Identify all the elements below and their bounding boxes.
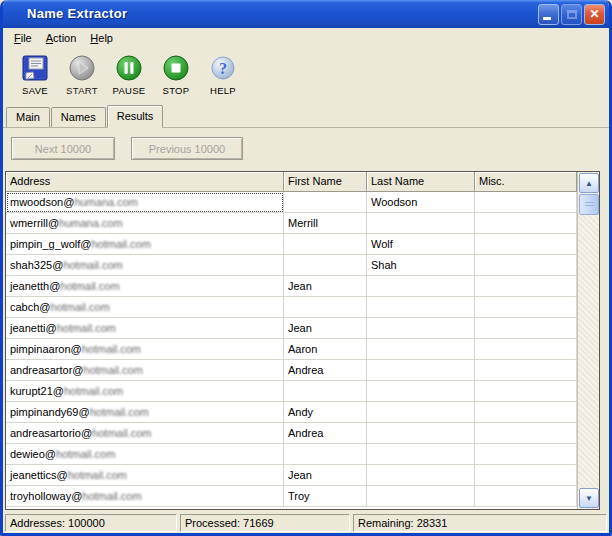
address-cell[interactable]: jeanettics@hotmail.com: [6, 465, 284, 486]
table-row[interactable]: dewieo@hotmail.com: [6, 444, 599, 465]
address-cell[interactable]: wmerrill@humana.com: [6, 213, 284, 234]
column-header-address[interactable]: Address: [6, 172, 284, 192]
first-name-cell[interactable]: [284, 234, 367, 255]
address-cell[interactable]: pimpinaaron@hotmail.com: [6, 339, 284, 360]
misc-cell[interactable]: [475, 213, 577, 234]
first-name-cell[interactable]: Jean: [284, 276, 367, 297]
table-row[interactable]: andreasartor@hotmail.comAndrea: [6, 360, 599, 381]
address-cell[interactable]: andreasartor@hotmail.com: [6, 360, 284, 381]
first-name-cell[interactable]: Troy: [284, 486, 367, 507]
misc-cell[interactable]: [475, 318, 577, 339]
misc-cell[interactable]: [475, 465, 577, 486]
first-name-cell[interactable]: [284, 297, 367, 318]
last-name-cell[interactable]: [367, 339, 475, 360]
results-table[interactable]: AddressFirst NameLast NameMisc. mwoodson…: [5, 171, 600, 510]
last-name-cell[interactable]: [367, 213, 475, 234]
last-name-cell[interactable]: Wolf: [367, 234, 475, 255]
last-name-cell[interactable]: [367, 444, 475, 465]
save-button[interactable]: SAVE: [15, 52, 55, 96]
address-cell[interactable]: andreasartorio@hotmail.com: [6, 423, 284, 444]
table-row[interactable]: cabch@hotmail.com: [6, 297, 599, 318]
last-name-cell[interactable]: [367, 381, 475, 402]
last-name-cell[interactable]: [367, 423, 475, 444]
table-row[interactable]: wmerrill@humana.comMerrill: [6, 213, 599, 234]
vertical-scrollbar[interactable]: ▲ ▼: [577, 172, 599, 509]
table-row[interactable]: jeanetti@hotmail.comJean: [6, 318, 599, 339]
first-name-cell[interactable]: Andy: [284, 402, 367, 423]
address-cell[interactable]: pimpin_g_wolf@hotmail.com: [6, 234, 284, 255]
help-button[interactable]: ? HELP: [203, 52, 243, 96]
address-cell[interactable]: dewieo@hotmail.com: [6, 444, 284, 465]
last-name-cell[interactable]: [367, 297, 475, 318]
misc-cell[interactable]: [475, 234, 577, 255]
first-name-cell[interactable]: Andrea: [284, 360, 367, 381]
tab-names[interactable]: Names: [51, 107, 106, 127]
column-header-misc-[interactable]: Misc.: [475, 172, 577, 192]
misc-cell[interactable]: [475, 255, 577, 276]
address-cell[interactable]: jeanetti@hotmail.com: [6, 318, 284, 339]
scrollbar-thumb[interactable]: [579, 194, 599, 215]
last-name-cell[interactable]: Shah: [367, 255, 475, 276]
misc-cell[interactable]: [475, 423, 577, 444]
misc-cell[interactable]: [475, 486, 577, 507]
first-name-cell[interactable]: [284, 255, 367, 276]
address-cell[interactable]: shah325@hotmail.com: [6, 255, 284, 276]
last-name-cell[interactable]: Woodson: [367, 192, 475, 213]
last-name-cell[interactable]: [367, 486, 475, 507]
last-name-cell[interactable]: [367, 318, 475, 339]
tab-results[interactable]: Results: [107, 105, 164, 128]
last-name-cell[interactable]: [367, 465, 475, 486]
table-row[interactable]: pimpinaaron@hotmail.comAaron: [6, 339, 599, 360]
address-cell[interactable]: cabch@hotmail.com: [6, 297, 284, 318]
first-name-cell[interactable]: Merrill: [284, 213, 367, 234]
scroll-up-button[interactable]: ▲: [579, 173, 599, 193]
column-header-last-name[interactable]: Last Name: [367, 172, 475, 192]
misc-cell[interactable]: [475, 360, 577, 381]
misc-cell[interactable]: [475, 402, 577, 423]
first-name-cell[interactable]: Aaron: [284, 339, 367, 360]
first-name-cell[interactable]: Andrea: [284, 423, 367, 444]
first-name-cell[interactable]: [284, 192, 367, 213]
stop-button[interactable]: STOP: [156, 52, 196, 96]
table-row[interactable]: shah325@hotmail.comShah: [6, 255, 599, 276]
misc-cell[interactable]: [475, 339, 577, 360]
misc-cell[interactable]: [475, 381, 577, 402]
misc-cell[interactable]: [475, 276, 577, 297]
address-cell[interactable]: troyholloway@hotmail.com: [6, 486, 284, 507]
address-cell[interactable]: jeanetth@hotmail.com: [6, 276, 284, 297]
table-row[interactable]: kurupt21@hotmail.com: [6, 381, 599, 402]
misc-cell[interactable]: [475, 444, 577, 465]
table-row[interactable]: pimpin_g_wolf@hotmail.comWolf: [6, 234, 599, 255]
table-row[interactable]: jeanetth@hotmail.comJean: [6, 276, 599, 297]
minimize-button[interactable]: [538, 4, 559, 25]
first-name-cell[interactable]: Jean: [284, 318, 367, 339]
misc-cell[interactable]: [475, 192, 577, 213]
address-cell[interactable]: pimpinandy69@hotmail.com: [6, 402, 284, 423]
last-name-cell[interactable]: [367, 360, 475, 381]
menu-file[interactable]: File: [7, 30, 39, 46]
title-bar[interactable]: Name Extractor ✕: [3, 0, 609, 28]
address-cell[interactable]: mwoodson@humana.com: [6, 192, 284, 213]
start-button[interactable]: START: [62, 52, 102, 96]
misc-cell[interactable]: [475, 297, 577, 318]
scroll-down-button[interactable]: ▼: [579, 488, 599, 508]
next-10000-button[interactable]: Next 10000: [11, 137, 115, 160]
first-name-cell[interactable]: Jean: [284, 465, 367, 486]
first-name-cell[interactable]: [284, 444, 367, 465]
menu-action[interactable]: Action: [39, 30, 84, 46]
table-row[interactable]: pimpinandy69@hotmail.comAndy: [6, 402, 599, 423]
menu-help[interactable]: Help: [83, 30, 120, 46]
close-button[interactable]: ✕: [584, 4, 605, 25]
last-name-cell[interactable]: [367, 276, 475, 297]
last-name-cell[interactable]: [367, 402, 475, 423]
address-cell[interactable]: kurupt21@hotmail.com: [6, 381, 284, 402]
column-header-first-name[interactable]: First Name: [284, 172, 367, 192]
table-row[interactable]: troyholloway@hotmail.comTroy: [6, 486, 599, 507]
table-row[interactable]: jeanettics@hotmail.comJean: [6, 465, 599, 486]
pause-button[interactable]: PAUSE: [109, 52, 149, 96]
tab-main[interactable]: Main: [6, 107, 50, 127]
table-row[interactable]: mwoodson@humana.comWoodson: [6, 192, 599, 213]
previous-10000-button[interactable]: Previous 10000: [131, 137, 243, 160]
table-row[interactable]: andreasartorio@hotmail.comAndrea: [6, 423, 599, 444]
first-name-cell[interactable]: [284, 381, 367, 402]
